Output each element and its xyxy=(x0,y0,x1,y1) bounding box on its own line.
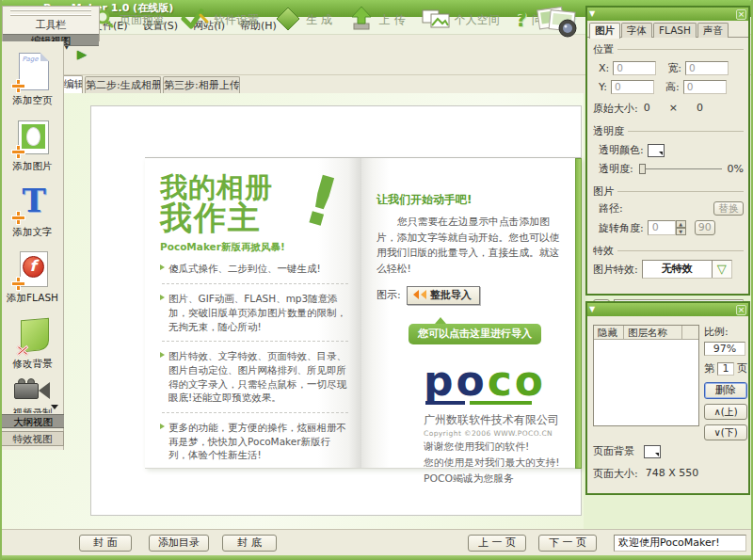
copyright-line: Copyright ©2006 WWW.POCO.CN xyxy=(424,429,566,438)
alpha-value: 0% xyxy=(728,163,744,175)
x-input[interactable]: 0 xyxy=(613,61,656,75)
height-label: 高: xyxy=(665,80,680,94)
cover-button[interactable]: 封 面 xyxy=(79,535,132,552)
add-text-tool[interactable]: T 添加文字 xyxy=(2,184,63,239)
thanks-line-3: POCO竭诚为您服务 xyxy=(424,472,566,486)
thanks-line-2: 您的使用是对我们最大的支持! xyxy=(424,456,566,470)
personal-space-button[interactable]: 个人空间 xyxy=(422,8,500,32)
original-height-value: 0 xyxy=(697,102,703,116)
company-name: 广州数联软件技术有限公司 xyxy=(424,412,566,428)
close-icon[interactable]: × xyxy=(736,9,746,20)
book-cover-edge xyxy=(575,158,582,469)
back-cover-button[interactable]: 封 底 xyxy=(222,535,277,552)
diamond-icon xyxy=(275,7,301,34)
tab-flash[interactable]: FLASH xyxy=(653,23,697,38)
add-blank-page-tool[interactable]: Page 添加空页 xyxy=(2,53,63,107)
page-background-swatch[interactable] xyxy=(644,445,661,458)
tab-step3-upload-album[interactable]: 第三步:相册上传 xyxy=(163,76,240,94)
bullet-triangle-icon xyxy=(160,424,165,429)
dashed-divider xyxy=(162,283,348,284)
play-icon[interactable]: ▶ xyxy=(77,47,87,61)
bullet-triangle-icon xyxy=(160,264,165,270)
height-input[interactable]: 0 xyxy=(683,80,727,94)
page-number-input[interactable]: 1 xyxy=(717,362,734,376)
properties-tabs: 图片 字体 FLASH 声音 xyxy=(587,22,748,38)
software-settings-button[interactable]: 软件设置 xyxy=(181,8,259,33)
orange-plus-icon xyxy=(11,79,25,93)
add-toc-button[interactable]: 添加目录 xyxy=(149,535,209,552)
album-demo-row: 图示: 整批导入 xyxy=(376,286,566,305)
orange-chevron-icon xyxy=(413,290,419,299)
alpha-slider-thumb[interactable] xyxy=(639,164,646,174)
background-sheet-icon xyxy=(15,316,51,356)
rotate-spinner[interactable]: 0 ▲ ▼ xyxy=(648,220,686,235)
close-icon[interactable]: × xyxy=(736,305,746,315)
spin-down-icon[interactable]: ▼ xyxy=(676,228,686,235)
toolbox-panel-header[interactable]: 工具栏 编辑视图 xyxy=(2,6,100,41)
next-page-button[interactable]: 下 一 页 xyxy=(538,535,597,552)
image-effect-combo[interactable]: 无特效 ▽ xyxy=(642,260,732,279)
photos-icon xyxy=(422,8,450,32)
album-bullet-3: 图片特效、文字特效、页面特效、目录、图片自动定位、图片网格排列、所见即所得的文字… xyxy=(160,349,350,405)
rotate-value[interactable]: 0 xyxy=(648,220,676,235)
properties-panel-title-bar[interactable]: ▼ × xyxy=(587,8,748,21)
camera-photos-icon[interactable] xyxy=(537,3,580,41)
spinner-arrows[interactable]: ▲ ▼ xyxy=(676,220,686,235)
tab-image[interactable]: 图片 xyxy=(589,23,620,39)
layer-list[interactable]: 隐藏 图层名称 xyxy=(593,325,699,426)
sidebar-more-icon[interactable] xyxy=(51,405,58,409)
tab-font[interactable]: 字体 xyxy=(621,23,652,38)
upload-button[interactable]: 上 传 xyxy=(348,6,406,34)
batch-import-illustration: 整批导入 xyxy=(407,286,480,305)
transparent-color-label: 透明颜色: xyxy=(599,143,644,157)
width-input[interactable]: 0 xyxy=(685,61,729,75)
layer-up-button[interactable]: ∧(上) xyxy=(704,404,747,420)
modify-background-tool[interactable]: 修改背景 xyxy=(2,316,63,371)
y-input[interactable]: 0 xyxy=(611,80,654,94)
video-label-clip: 视频录制 xyxy=(13,405,53,413)
sidebar-item-outline-view[interactable]: 大纲视图 xyxy=(2,414,64,428)
collapse-icon[interactable]: ▼ xyxy=(589,306,595,313)
page-plus-icon: Page xyxy=(15,53,51,92)
layers-panel-title-bar[interactable]: ▼ × xyxy=(587,303,748,316)
effect-value: 无特效 xyxy=(643,261,712,278)
column-layer-name: 图层名称 xyxy=(624,326,682,339)
generate-button[interactable]: 生 成 xyxy=(275,7,332,34)
page-size-row: 页面大小: 748 X 550 xyxy=(593,467,698,481)
window-bottom-edge xyxy=(0,555,753,560)
delete-button[interactable]: 删除 xyxy=(704,382,747,399)
transparent-color-swatch[interactable] xyxy=(648,144,665,157)
collapse-icon[interactable]: ▼ xyxy=(589,10,595,18)
combo-dropdown-icon[interactable]: ▽ xyxy=(712,261,731,278)
bubble-tail xyxy=(435,317,446,324)
check-pencil-icon xyxy=(181,8,209,33)
page-size-value: 748 X 550 xyxy=(646,467,699,481)
replace-button[interactable]: 替换 xyxy=(713,201,744,216)
page-fold-corner xyxy=(40,53,49,61)
edit-canvas[interactable]: 我的相册 我作主 ! PocoMaker新版再掀风暴! 傻瓜式操作、二步到位、一… xyxy=(2,93,584,529)
canvas-page: 我的相册 我作主 ! PocoMaker新版再掀风暴! 傻瓜式操作、二步到位、一… xyxy=(90,105,582,516)
album-start-heading: 让我们开始动手吧! xyxy=(376,192,566,208)
album-left-page: 我的相册 我作主 ! PocoMaker新版再掀风暴! 傻瓜式操作、二步到位、一… xyxy=(145,158,361,469)
drag-grip[interactable] xyxy=(10,14,91,16)
orange-plus-icon xyxy=(11,211,25,225)
add-flash-tool[interactable]: f 添加FLASH xyxy=(2,250,63,305)
position-group-label: 位置 xyxy=(593,42,744,56)
album-bullet-1: 傻瓜式操作、二步到位、一键生成! xyxy=(160,262,350,276)
rotate-90-button[interactable]: 90 xyxy=(695,220,715,235)
prev-page-button[interactable]: 上 一 页 xyxy=(468,535,526,552)
tab-step2-generate-album[interactable]: 第二步:生成相册 xyxy=(85,76,161,94)
orange-plus-icon xyxy=(11,277,25,291)
dashed-divider xyxy=(162,341,348,342)
alpha-slider[interactable] xyxy=(639,168,722,169)
page-preview-button[interactable]: 页面预览 xyxy=(94,8,165,32)
layer-list-header: 隐藏 图层名称 xyxy=(594,326,698,340)
layer-down-button[interactable]: ∨(下) xyxy=(704,424,747,440)
alpha-label: 透明度: xyxy=(599,162,633,176)
drag-grip[interactable] xyxy=(10,9,91,11)
tab-sound[interactable]: 声音 xyxy=(697,23,729,38)
sidebar-item-effect-view[interactable]: 特效视图 xyxy=(2,431,64,446)
spin-up-icon[interactable]: ▲ xyxy=(676,220,686,228)
add-image-tool[interactable]: 添加图片 xyxy=(2,119,63,173)
properties-panel: ▼ × 图片 字体 FLASH 声音 位置 X: 0 宽: 0 Y: 0 高: … xyxy=(585,6,750,296)
